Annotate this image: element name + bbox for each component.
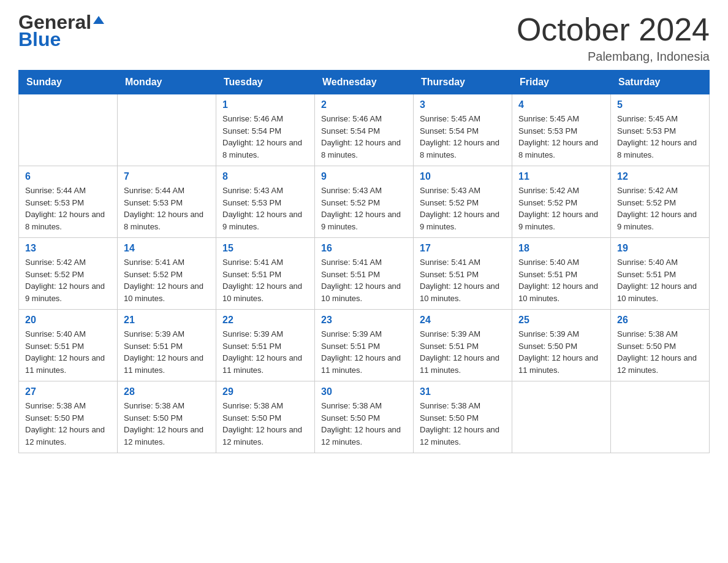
- day-number: 31: [420, 386, 506, 397]
- day-info: Sunrise: 5:41 AMSunset: 5:52 PMDaylight:…: [124, 256, 210, 304]
- day-number: 12: [617, 171, 703, 182]
- day-number: 25: [518, 315, 604, 326]
- calendar-cell: [512, 381, 611, 453]
- calendar-cell: [611, 381, 710, 453]
- calendar-header-row: SundayMondayTuesdayWednesdayThursdayFrid…: [19, 71, 710, 94]
- day-number: 2: [321, 99, 407, 110]
- day-info: Sunrise: 5:41 AMSunset: 5:51 PMDaylight:…: [222, 256, 308, 304]
- calendar-cell: 2Sunrise: 5:46 AMSunset: 5:54 PMDaylight…: [315, 94, 414, 166]
- calendar-cell: 30Sunrise: 5:38 AMSunset: 5:50 PMDayligh…: [315, 381, 414, 453]
- day-info: Sunrise: 5:39 AMSunset: 5:50 PMDaylight:…: [518, 328, 604, 376]
- calendar-cell: 4Sunrise: 5:45 AMSunset: 5:53 PMDaylight…: [512, 94, 611, 166]
- day-info: Sunrise: 5:38 AMSunset: 5:50 PMDaylight:…: [25, 400, 111, 448]
- day-header-monday: Monday: [118, 71, 216, 94]
- day-number: 1: [222, 99, 308, 110]
- calendar-cell: 1Sunrise: 5:46 AMSunset: 5:54 PMDaylight…: [216, 94, 315, 166]
- day-number: 14: [124, 243, 210, 254]
- day-info: Sunrise: 5:44 AMSunset: 5:53 PMDaylight:…: [124, 185, 210, 232]
- calendar-week-3: 13Sunrise: 5:42 AMSunset: 5:52 PMDayligh…: [19, 238, 710, 310]
- day-header-saturday: Saturday: [611, 71, 710, 94]
- logo: General Blue: [18, 12, 104, 49]
- day-number: 28: [124, 386, 210, 397]
- day-info: Sunrise: 5:43 AMSunset: 5:53 PMDaylight:…: [222, 185, 308, 232]
- day-info: Sunrise: 5:39 AMSunset: 5:51 PMDaylight:…: [321, 328, 407, 376]
- calendar-table: SundayMondayTuesdayWednesdayThursdayFrid…: [18, 70, 710, 453]
- day-number: 13: [25, 243, 111, 254]
- calendar-cell: 9Sunrise: 5:43 AMSunset: 5:52 PMDaylight…: [315, 166, 414, 238]
- day-info: Sunrise: 5:40 AMSunset: 5:51 PMDaylight:…: [617, 256, 703, 304]
- calendar-cell: 31Sunrise: 5:38 AMSunset: 5:50 PMDayligh…: [414, 381, 512, 453]
- day-info: Sunrise: 5:38 AMSunset: 5:50 PMDaylight:…: [420, 400, 506, 448]
- calendar-cell: 19Sunrise: 5:40 AMSunset: 5:51 PMDayligh…: [611, 238, 710, 310]
- day-number: 30: [321, 386, 407, 397]
- logo-blue-text: Blue: [18, 29, 104, 49]
- day-info: Sunrise: 5:46 AMSunset: 5:54 PMDaylight:…: [222, 113, 308, 161]
- day-info: Sunrise: 5:41 AMSunset: 5:51 PMDaylight:…: [420, 256, 506, 304]
- calendar-cell: 7Sunrise: 5:44 AMSunset: 5:53 PMDaylight…: [118, 166, 216, 238]
- day-number: 26: [617, 315, 703, 326]
- day-number: 24: [420, 315, 506, 326]
- calendar-cell: 23Sunrise: 5:39 AMSunset: 5:51 PMDayligh…: [315, 310, 414, 381]
- calendar-cell: [118, 94, 216, 166]
- day-number: 8: [222, 171, 308, 182]
- calendar-cell: 18Sunrise: 5:40 AMSunset: 5:51 PMDayligh…: [512, 238, 611, 310]
- logo-arrow-icon: [93, 16, 104, 24]
- calendar-cell: 15Sunrise: 5:41 AMSunset: 5:51 PMDayligh…: [216, 238, 315, 310]
- day-info: Sunrise: 5:43 AMSunset: 5:52 PMDaylight:…: [321, 185, 407, 232]
- day-info: Sunrise: 5:39 AMSunset: 5:51 PMDaylight:…: [420, 328, 506, 376]
- day-number: 29: [222, 386, 308, 397]
- day-info: Sunrise: 5:45 AMSunset: 5:53 PMDaylight:…: [617, 113, 703, 161]
- day-number: 11: [518, 171, 604, 182]
- calendar-week-1: 1Sunrise: 5:46 AMSunset: 5:54 PMDaylight…: [19, 94, 710, 166]
- page-header: General Blue October 2024 Palembang, Ind…: [18, 12, 710, 64]
- calendar-cell: 16Sunrise: 5:41 AMSunset: 5:51 PMDayligh…: [315, 238, 414, 310]
- day-number: 22: [222, 315, 308, 326]
- day-info: Sunrise: 5:40 AMSunset: 5:51 PMDaylight:…: [518, 256, 604, 304]
- day-info: Sunrise: 5:39 AMSunset: 5:51 PMDaylight:…: [222, 328, 308, 376]
- day-number: 15: [222, 243, 308, 254]
- day-info: Sunrise: 5:42 AMSunset: 5:52 PMDaylight:…: [617, 185, 703, 232]
- day-header-thursday: Thursday: [414, 71, 512, 94]
- day-info: Sunrise: 5:45 AMSunset: 5:53 PMDaylight:…: [518, 113, 604, 161]
- day-number: 19: [617, 243, 703, 254]
- day-info: Sunrise: 5:38 AMSunset: 5:50 PMDaylight:…: [617, 328, 703, 376]
- calendar-week-4: 20Sunrise: 5:40 AMSunset: 5:51 PMDayligh…: [19, 310, 710, 381]
- location-subtitle: Palembang, Indonesia: [517, 50, 710, 64]
- day-header-tuesday: Tuesday: [216, 71, 315, 94]
- calendar-cell: [19, 94, 118, 166]
- calendar-cell: 20Sunrise: 5:40 AMSunset: 5:51 PMDayligh…: [19, 310, 118, 381]
- day-number: 6: [25, 171, 111, 182]
- day-number: 5: [617, 99, 703, 110]
- calendar-cell: 14Sunrise: 5:41 AMSunset: 5:52 PMDayligh…: [118, 238, 216, 310]
- day-info: Sunrise: 5:43 AMSunset: 5:52 PMDaylight:…: [420, 185, 506, 232]
- day-header-sunday: Sunday: [19, 71, 118, 94]
- day-number: 18: [518, 243, 604, 254]
- calendar-cell: 27Sunrise: 5:38 AMSunset: 5:50 PMDayligh…: [19, 381, 118, 453]
- calendar-week-5: 27Sunrise: 5:38 AMSunset: 5:50 PMDayligh…: [19, 381, 710, 453]
- day-info: Sunrise: 5:42 AMSunset: 5:52 PMDaylight:…: [518, 185, 604, 232]
- day-number: 7: [124, 171, 210, 182]
- calendar-cell: 11Sunrise: 5:42 AMSunset: 5:52 PMDayligh…: [512, 166, 611, 238]
- calendar-week-2: 6Sunrise: 5:44 AMSunset: 5:53 PMDaylight…: [19, 166, 710, 238]
- day-info: Sunrise: 5:44 AMSunset: 5:53 PMDaylight:…: [25, 185, 111, 232]
- day-number: 20: [25, 315, 111, 326]
- calendar-cell: 5Sunrise: 5:45 AMSunset: 5:53 PMDaylight…: [611, 94, 710, 166]
- day-info: Sunrise: 5:41 AMSunset: 5:51 PMDaylight:…: [321, 256, 407, 304]
- day-number: 4: [518, 99, 604, 110]
- calendar-cell: 28Sunrise: 5:38 AMSunset: 5:50 PMDayligh…: [118, 381, 216, 453]
- day-info: Sunrise: 5:38 AMSunset: 5:50 PMDaylight:…: [124, 400, 210, 448]
- month-title: October 2024: [517, 12, 710, 47]
- day-number: 23: [321, 315, 407, 326]
- day-info: Sunrise: 5:42 AMSunset: 5:52 PMDaylight:…: [25, 256, 111, 304]
- calendar-cell: 26Sunrise: 5:38 AMSunset: 5:50 PMDayligh…: [611, 310, 710, 381]
- calendar-cell: 21Sunrise: 5:39 AMSunset: 5:51 PMDayligh…: [118, 310, 216, 381]
- day-info: Sunrise: 5:46 AMSunset: 5:54 PMDaylight:…: [321, 113, 407, 161]
- calendar-cell: 6Sunrise: 5:44 AMSunset: 5:53 PMDaylight…: [19, 166, 118, 238]
- day-number: 10: [420, 171, 506, 182]
- calendar-cell: 3Sunrise: 5:45 AMSunset: 5:54 PMDaylight…: [414, 94, 512, 166]
- day-number: 16: [321, 243, 407, 254]
- day-header-wednesday: Wednesday: [315, 71, 414, 94]
- day-number: 21: [124, 315, 210, 326]
- day-number: 3: [420, 99, 506, 110]
- day-number: 17: [420, 243, 506, 254]
